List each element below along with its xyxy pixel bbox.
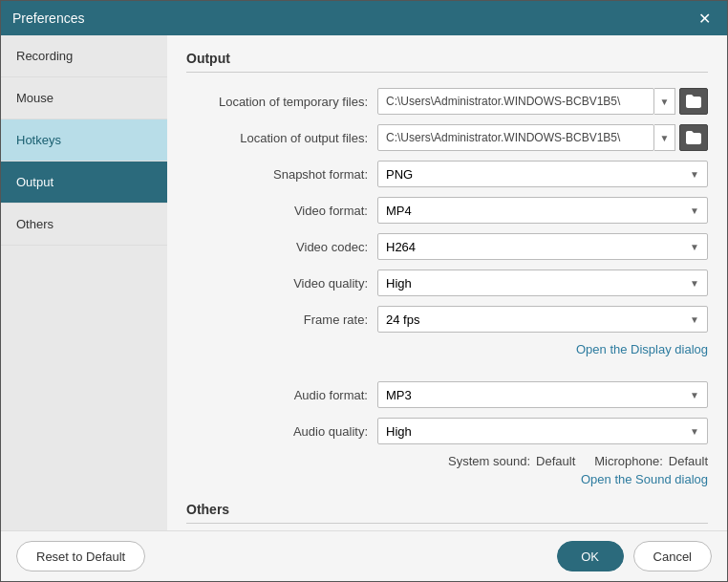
temp-files-control: C:\Users\Administrator.WINDOWS-BCBV1B5\ …	[377, 88, 708, 115]
temp-files-value: C:\Users\Administrator.WINDOWS-BCBV1B5\	[386, 95, 646, 108]
video-format-label: Video format:	[186, 204, 377, 218]
chevron-down-icon: ▼	[690, 205, 699, 216]
output-files-folder-btn[interactable]	[679, 124, 708, 151]
microphone-label: Microphone:	[594, 454, 663, 468]
sidebar-item-output[interactable]: Output	[1, 162, 167, 204]
video-quality-label: Video quality:	[186, 276, 377, 291]
snapshot-format-value: PNG	[386, 167, 413, 182]
system-sound-label: System sound:	[448, 454, 530, 468]
open-display-dialog-button[interactable]: Open the Display dialog	[576, 342, 708, 356]
video-codec-select[interactable]: H264 ▼	[377, 233, 708, 260]
audio-format-control: MP3 ▼	[377, 381, 708, 408]
frame-rate-value: 24 fps	[386, 313, 419, 327]
temp-files-folder-btn[interactable]	[679, 88, 708, 115]
chevron-down-icon: ▼	[690, 169, 699, 180]
video-quality-select[interactable]: High ▼	[377, 269, 708, 296]
output-section-title: Output	[186, 51, 708, 73]
content-area: Recording Mouse Hotkeys Output Others Ou…	[1, 35, 727, 530]
output-files-dropdown-btn[interactable]: ▼	[654, 124, 675, 151]
reset-to-default-button[interactable]: Reset to Default	[16, 541, 145, 571]
video-codec-row: Video codec: H264 ▼	[186, 233, 708, 260]
footer-action-buttons: OK Cancel	[557, 541, 712, 571]
video-format-control: MP4 ▼	[377, 197, 708, 224]
audio-format-row: Audio format: MP3 ▼	[186, 381, 708, 408]
temp-files-dropdown-btn[interactable]: ▼	[654, 88, 675, 115]
frame-rate-row: Frame rate: 24 fps ▼	[186, 306, 708, 333]
video-codec-value: H264	[386, 240, 416, 254]
sidebar-item-others[interactable]: Others	[1, 204, 167, 246]
others-section-title: Others	[186, 502, 708, 524]
output-files-value: C:\Users\Administrator.WINDOWS-BCBV1B5\	[386, 131, 646, 144]
others-section: Others Enable hardware acceleration	[186, 502, 708, 530]
snapshot-format-row: Snapshot format: PNG ▼	[186, 161, 708, 187]
open-sound-dialog-button[interactable]: Open the Sound dialog	[581, 472, 708, 486]
audio-quality-control: High ▼	[377, 418, 708, 444]
video-format-row: Video format: MP4 ▼	[186, 197, 708, 224]
chevron-down-icon: ▼	[690, 426, 699, 437]
snapshot-format-select[interactable]: PNG ▼	[377, 161, 708, 187]
sound-info-row: System sound: Default Microphone: Defaul…	[186, 454, 708, 468]
titlebar: Preferences ✕	[1, 1, 727, 35]
system-sound-info: System sound: Default	[448, 454, 575, 468]
temp-files-row: Location of temporary files: C:\Users\Ad…	[186, 88, 708, 115]
frame-rate-select[interactable]: 24 fps ▼	[377, 306, 708, 333]
audio-quality-value: High	[386, 424, 412, 439]
frame-rate-control: 24 fps ▼	[377, 306, 708, 333]
ok-button[interactable]: OK	[557, 541, 624, 571]
video-codec-control: H264 ▼	[377, 233, 708, 260]
preferences-window: Preferences ✕ Recording Mouse Hotkeys Ou…	[0, 0, 728, 582]
display-dialog-row: Open the Display dialog	[186, 342, 708, 356]
sidebar: Recording Mouse Hotkeys Output Others	[1, 35, 167, 530]
cancel-button[interactable]: Cancel	[633, 541, 712, 571]
output-files-label: Location of output files:	[186, 131, 377, 145]
footer: Reset to Default OK Cancel	[1, 530, 727, 581]
sidebar-item-hotkeys[interactable]: Hotkeys	[1, 119, 167, 162]
audio-quality-row: Audio quality: High ▼	[186, 418, 708, 444]
video-codec-label: Video codec:	[186, 240, 377, 254]
microphone-info: Microphone: Default	[594, 454, 708, 468]
audio-format-value: MP3	[386, 388, 412, 402]
audio-format-select[interactable]: MP3 ▼	[377, 381, 708, 408]
output-files-path[interactable]: C:\Users\Administrator.WINDOWS-BCBV1B5\	[377, 124, 654, 151]
main-content: Output Location of temporary files: C:\U…	[167, 35, 727, 530]
sidebar-item-mouse[interactable]: Mouse	[1, 77, 167, 119]
chevron-down-icon: ▼	[690, 278, 699, 289]
system-sound-value: Default	[536, 454, 575, 468]
video-quality-control: High ▼	[377, 269, 708, 296]
chevron-down-icon: ▼	[690, 242, 699, 252]
output-files-row: Location of output files: C:\Users\Admin…	[186, 124, 708, 151]
video-quality-row: Video quality: High ▼	[186, 269, 708, 296]
video-quality-value: High	[386, 276, 412, 291]
folder-icon	[686, 131, 701, 144]
frame-rate-label: Frame rate:	[186, 313, 377, 327]
chevron-down-icon: ▼	[690, 314, 699, 325]
folder-icon	[686, 95, 701, 108]
snapshot-format-label: Snapshot format:	[186, 167, 377, 182]
snapshot-format-control: PNG ▼	[377, 161, 708, 187]
output-files-control: C:\Users\Administrator.WINDOWS-BCBV1B5\ …	[377, 124, 708, 151]
audio-format-label: Audio format:	[186, 388, 377, 402]
close-button[interactable]: ✕	[693, 7, 716, 30]
chevron-down-icon: ▼	[690, 390, 699, 400]
sidebar-item-recording[interactable]: Recording	[1, 35, 167, 77]
temp-files-path[interactable]: C:\Users\Administrator.WINDOWS-BCBV1B5\	[377, 88, 654, 115]
temp-files-label: Location of temporary files:	[186, 95, 377, 109]
video-format-value: MP4	[386, 204, 412, 218]
sound-dialog-row: Open the Sound dialog	[186, 472, 708, 486]
audio-quality-label: Audio quality:	[186, 424, 377, 439]
audio-quality-select[interactable]: High ▼	[377, 418, 708, 444]
microphone-value: Default	[669, 454, 708, 468]
window-title: Preferences	[12, 11, 84, 26]
video-format-select[interactable]: MP4 ▼	[377, 197, 708, 224]
